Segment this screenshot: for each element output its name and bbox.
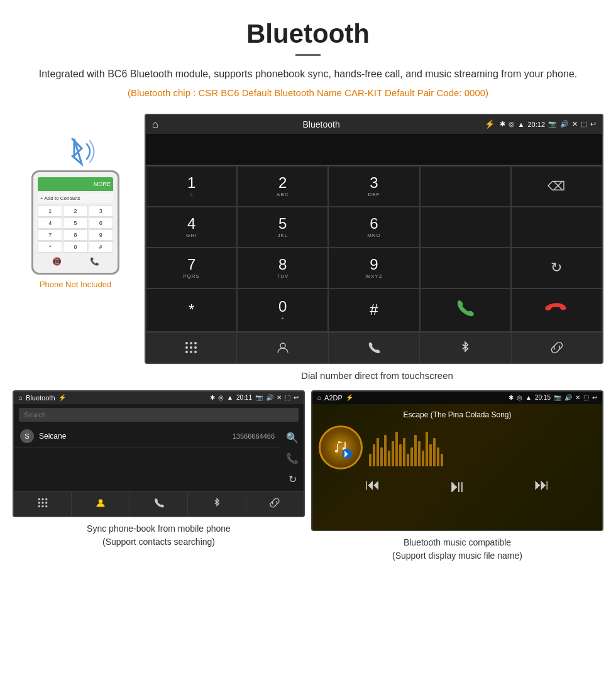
dial-status-bar: ⌂ Bluetooth ⚡ ✱ ◎ ▲ 20:12 📷 🔊 ✕ ⬚ ↩	[146, 115, 602, 134]
phonebook-screenshot: ⌂ Bluetooth ⚡ ✱ ◎ ▲ 20:11 📷 🔊 ✕ ⬚ ↩	[13, 390, 305, 562]
svg-point-16	[38, 505, 40, 507]
dial-key-star[interactable]: *	[146, 288, 237, 332]
play-pause-button[interactable]: ⏯	[448, 476, 466, 496]
music-equalizer	[369, 429, 596, 466]
dial-key-9-main: 9	[370, 257, 378, 272]
nav-dialpad[interactable]	[146, 332, 237, 363]
car-dial-screen: ⌂ Bluetooth ⚡ ✱ ◎ ▲ 20:12 📷 🔊 ✕ ⬚ ↩ 1	[145, 114, 603, 364]
dial-key-0[interactable]: 0 +	[237, 288, 328, 332]
svg-point-19	[99, 499, 103, 503]
svg-point-4	[190, 346, 192, 349]
bluetooth-status-icon: ✱	[500, 120, 505, 128]
dial-key-4[interactable]: 4 GHI	[146, 207, 237, 248]
svg-point-0	[185, 342, 188, 344]
dial-key-7[interactable]: 7 PQRS	[146, 248, 237, 288]
svg-point-6	[185, 351, 188, 353]
phone-not-included-label: Phone Not Included	[40, 280, 111, 289]
dial-key-refresh[interactable]: ↻	[511, 248, 602, 288]
dial-key-call[interactable]	[420, 288, 511, 332]
refresh-icon: ↻	[551, 260, 562, 276]
dial-key-4-sub: GHI	[186, 233, 197, 238]
dial-key-end-call[interactable]	[511, 288, 602, 332]
pb-bt-icon: ✱	[210, 394, 215, 401]
svg-point-5	[194, 346, 197, 349]
end-call-icon	[546, 298, 566, 322]
dial-key-2[interactable]: 2 ABC	[237, 166, 328, 207]
contact-initial: S	[25, 432, 29, 440]
svg-point-8	[194, 351, 197, 353]
dial-key-8-main: 8	[278, 257, 287, 272]
phonebook-search[interactable]	[19, 408, 299, 422]
music-win-icon: ⬚	[583, 394, 589, 401]
pb-nav-bluetooth[interactable]	[188, 492, 246, 516]
dial-key-6[interactable]: 6 MNO	[328, 207, 419, 248]
nav-bluetooth[interactable]	[420, 332, 511, 363]
phonebook-caption: Sync phone-book from mobile phone (Suppo…	[13, 522, 305, 549]
phone-key-2: 2	[63, 206, 87, 217]
pb-back-icon: ↩	[294, 394, 299, 401]
phone-key-hash: #	[89, 241, 113, 253]
dial-key-3[interactable]: 3 DEF	[328, 166, 419, 207]
refresh-side-icon[interactable]: ↻	[289, 473, 297, 485]
dial-key-hash[interactable]: #	[328, 288, 419, 332]
phone-key-3: 3	[89, 206, 113, 217]
dial-key-9[interactable]: 9 WXYZ	[328, 248, 419, 288]
music-screen-title: A2DP	[324, 394, 343, 402]
phone-key-7: 7	[38, 229, 62, 241]
contact-row-seicane[interactable]: S Seicane 13566664466	[14, 425, 281, 447]
main-content-area: MORE + Add to Contacts 1 2 3 4 5 6 7 8 9…	[0, 107, 616, 364]
dial-key-5[interactable]: 5 JKL	[237, 207, 328, 248]
phone-dialpad: 1 2 3 4 5 6 7 8 9 * 0 #	[38, 206, 113, 253]
dial-caption: Dial number direct from touchscreen	[0, 364, 616, 390]
page-title: Bluetooth	[38, 19, 578, 49]
contact-avatar: S	[20, 429, 34, 443]
page-header: Bluetooth Integrated with BC6 Bluetooth …	[0, 0, 616, 107]
phone-contact-bar: + Add to Contacts	[38, 193, 113, 204]
pb-close-icon: ✕	[277, 394, 282, 401]
search-side-icon[interactable]: 🔍	[286, 432, 299, 444]
phone-mockup: MORE + Add to Contacts 1 2 3 4 5 6 7 8 9…	[31, 170, 119, 275]
call-side-icon[interactable]: 📞	[286, 452, 299, 464]
next-button[interactable]: ⏭	[534, 476, 549, 496]
contact-number: 13566664466	[233, 432, 275, 440]
music-loc-icon: ◎	[517, 394, 522, 401]
dial-key-empty-4	[420, 248, 511, 288]
dial-key-8[interactable]: 8 TUV	[237, 248, 328, 288]
dial-key-4-main: 4	[187, 216, 195, 231]
close-status-icon: ✕	[572, 120, 578, 128]
location-status-icon: ◎	[509, 120, 515, 128]
prev-button[interactable]: ⏮	[365, 476, 380, 496]
music-screenshot: ⌂ A2DP ⚡ ✱ ◎ ▲ 20:15 📷 🔊 ✕ ⬚ ↩ Escape (T…	[311, 390, 603, 562]
svg-point-17	[41, 505, 43, 507]
nav-link[interactable]	[512, 332, 602, 363]
phonebook-bottom-nav	[14, 491, 304, 516]
pb-nav-contacts[interactable]	[72, 492, 129, 516]
dial-key-1[interactable]: 1 ⌂	[146, 166, 237, 207]
nav-calls[interactable]	[329, 332, 420, 363]
dial-key-0-sub: +	[281, 315, 285, 321]
svg-point-13	[38, 502, 40, 503]
pb-time: 20:11	[236, 394, 252, 401]
header-specs: (Bluetooth chip : CSR BC6 Default Blueto…	[38, 87, 578, 98]
music-usb-icon: ⚡	[346, 394, 353, 401]
pb-nav-link[interactable]	[246, 492, 304, 516]
wifi-status-icon: ▲	[518, 121, 525, 128]
dial-key-1-sub: ⌂	[190, 192, 194, 197]
status-icons: ✱ ◎ ▲ 20:12 📷 🔊 ✕ ⬚ ↩	[500, 120, 596, 128]
dial-key-backspace[interactable]: ⌫	[511, 166, 602, 207]
svg-point-3	[185, 346, 188, 349]
time-display: 20:12	[527, 121, 545, 128]
music-art-area	[319, 425, 596, 469]
svg-point-10	[38, 498, 40, 500]
search-input[interactable]	[19, 408, 299, 422]
music-cam-icon: 📷	[554, 394, 561, 401]
svg-point-9	[280, 343, 285, 348]
music-close-icon: ✕	[575, 394, 580, 401]
pb-nav-calls[interactable]	[130, 492, 188, 516]
dial-key-7-sub: PQRS	[183, 273, 200, 279]
pb-nav-dialpad[interactable]	[14, 492, 72, 516]
phone-key-6: 6	[89, 217, 113, 229]
dial-key-empty-1	[420, 166, 511, 207]
nav-contacts[interactable]	[237, 332, 328, 363]
pb-usb-icon: ⚡	[58, 394, 66, 401]
